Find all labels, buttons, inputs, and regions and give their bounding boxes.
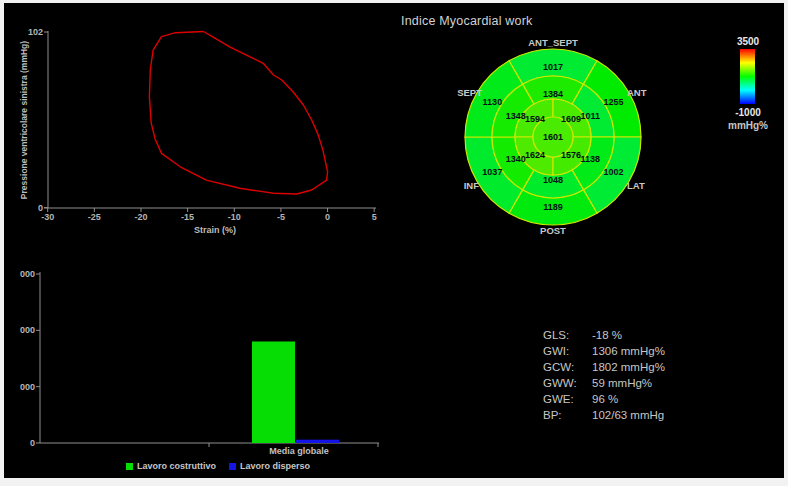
y-tick-label: 0	[30, 438, 35, 448]
stat-value: 96 %	[592, 393, 618, 405]
stat-row: GWE:96 %	[543, 391, 665, 407]
y-tick-label: 1000	[20, 382, 35, 392]
stat-row: GCW:1802 mmHg%	[543, 359, 665, 375]
apical-segment-value: 1609	[561, 114, 581, 124]
bullseye-chart: 1017125510021189103711301384101111381048…	[430, 35, 680, 240]
y-tick-label: 2000	[20, 325, 35, 335]
pressure-strain-loop-line	[149, 32, 327, 195]
bullseye-region-label: SEPT	[457, 87, 482, 98]
stat-value: 1802 mmHg%	[592, 361, 665, 373]
x-tick-label: -15	[181, 212, 194, 222]
loop-y-axis-label: Pressione ventricolare sinistra (mmHg)	[19, 41, 29, 199]
x-tick-label: -20	[134, 212, 147, 222]
x-tick-label: 5	[372, 212, 377, 222]
basal-segment-value: 1002	[604, 167, 624, 177]
colorbar	[740, 49, 755, 104]
page-title: Indice Myocardial work	[401, 14, 533, 28]
wasted-work-swatch-icon	[229, 463, 236, 470]
global-work-bar-chart: 0100020003000	[20, 265, 390, 455]
stat-label: GLS:	[543, 327, 592, 343]
y-tick-label: 3000	[20, 269, 35, 279]
apical-segment-value: 1594	[525, 114, 545, 124]
stat-row: GWI:1306 mmHg%	[543, 343, 665, 359]
x-tick-label: -25	[88, 212, 101, 222]
stat-value: -18 %	[592, 329, 622, 341]
apical-segment-value: 1624	[525, 150, 545, 160]
legend-label-wasted: Lavoro disperso	[240, 461, 310, 471]
stat-row: GLS:-18 %	[543, 327, 665, 343]
legend-entry-wasted: Lavoro disperso	[229, 461, 310, 471]
x-tick-label: -5	[277, 212, 285, 222]
bullseye-region-label: ANT_SEPT	[528, 37, 578, 48]
bar-category-label: Media globale	[254, 446, 344, 456]
mid-segment-value: 1340	[506, 154, 526, 164]
y-tick-label: 102	[28, 27, 43, 37]
stat-label: GCW:	[543, 359, 592, 375]
colorbar-unit-label: mmHg%	[726, 120, 770, 131]
mid-segment-value: 1011	[580, 111, 600, 121]
bar-constructive	[252, 341, 295, 443]
basal-segment-value: 1255	[604, 97, 624, 107]
constructive-work-swatch-icon	[126, 463, 133, 470]
apical-segment-value: 1576	[561, 150, 581, 160]
report-canvas: Indice Myocardial work 0102-30-25-20-15-…	[4, 3, 784, 478]
mid-segment-value: 1348	[506, 111, 526, 121]
stats-panel: GLS:-18 %GWI:1306 mmHg%GCW:1802 mmHg%GWW…	[543, 327, 665, 423]
basal-segment-value: 1189	[543, 202, 563, 212]
pressure-strain-loop-chart: 0102-30-25-20-15-10-505	[8, 10, 390, 243]
stat-label: GWI:	[543, 343, 592, 359]
bullseye-region-label: LAT	[627, 180, 645, 191]
basal-segment-value: 1017	[543, 62, 563, 72]
bar-wasted	[296, 440, 339, 443]
colorbar-min-label: -1000	[726, 107, 770, 118]
mid-segment-value: 1384	[543, 89, 563, 99]
mid-segment-value: 1138	[580, 154, 600, 164]
stat-value: 59 mmHg%	[592, 377, 652, 389]
legend-label-constructive: Lavoro costruttivo	[137, 461, 216, 471]
x-tick-label: -30	[41, 212, 54, 222]
stat-label: BP:	[543, 407, 592, 423]
bullseye-region-label: POST	[540, 225, 566, 236]
stat-value: 102/63 mmHg	[592, 409, 664, 421]
basal-segment-value: 1130	[483, 97, 503, 107]
bullseye-region-label: ANT	[627, 87, 647, 98]
loop-x-axis-label: Strain (%)	[140, 225, 290, 235]
legend-entry-constructive: Lavoro costruttivo	[126, 461, 216, 471]
stat-label: GWE:	[543, 391, 592, 407]
stat-row: GWW:59 mmHg%	[543, 375, 665, 391]
bar-legend: Lavoro costruttivo Lavoro disperso	[126, 461, 310, 471]
bullseye-region-label: INF	[464, 180, 480, 191]
x-tick-label: -10	[228, 212, 241, 222]
x-tick-label: 0	[325, 212, 330, 222]
basal-segment-value: 1037	[482, 167, 502, 177]
apex-value: 1601	[543, 132, 563, 142]
stat-row: BP:102/63 mmHg	[543, 407, 665, 423]
stat-value: 1306 mmHg%	[592, 345, 665, 357]
mid-segment-value: 1048	[543, 175, 563, 185]
stat-label: GWW:	[543, 375, 592, 391]
colorbar-max-label: 3500	[726, 36, 770, 47]
